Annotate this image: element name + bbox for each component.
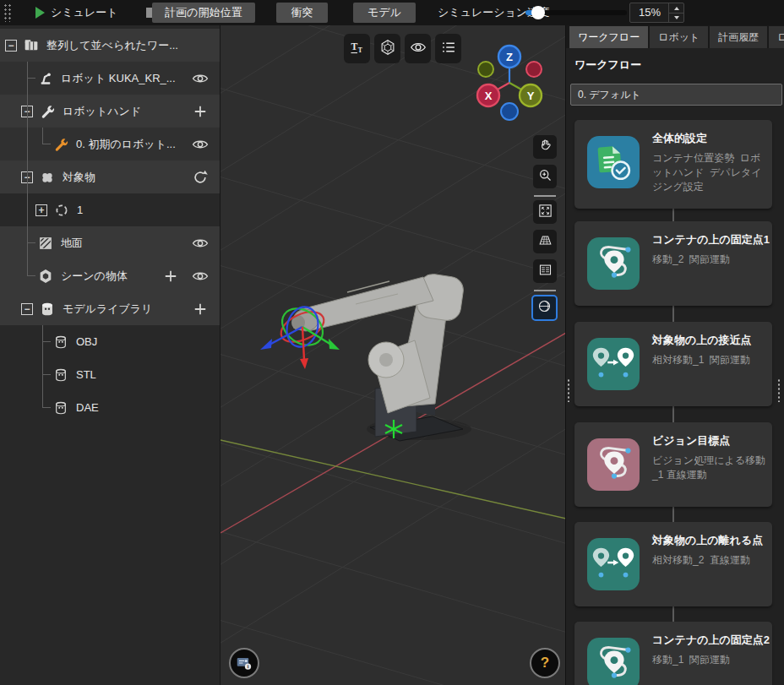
collision-settings-button[interactable]: 衝突設定 (276, 3, 328, 23)
row-actions (191, 135, 210, 154)
plan-start-pose-button[interactable]: 計画の開始位置姿勢 (152, 3, 255, 23)
workflow-step-card[interactable]: ビジョン目標点ビジョン処理による移動_1 直線運動 (574, 422, 772, 507)
toolbar-separator (534, 290, 556, 291)
expand-toggle-icon[interactable]: + (35, 204, 47, 216)
wrench-orange-icon (52, 136, 69, 153)
speed-value[interactable]: 15% (630, 3, 669, 22)
axis-neg-x-handle[interactable] (526, 62, 542, 77)
panel-right-resize-handle[interactable] (777, 378, 781, 402)
row-actions (191, 102, 210, 121)
workflow-select-value: 0. デフォルト (578, 89, 641, 101)
orbit-view-button[interactable] (531, 295, 558, 321)
svg-text:X: X (485, 90, 493, 102)
refresh-icon[interactable] (191, 168, 210, 187)
eye-icon[interactable] (191, 69, 210, 88)
tree-row-label: STL (76, 368, 210, 381)
svg-text:Y: Y (527, 90, 535, 102)
target-icon (53, 202, 70, 219)
axis-x-handle[interactable]: X (477, 84, 499, 106)
tree-row-label: 0. 初期のロボット... (76, 137, 191, 152)
panel-splitter-handle[interactable] (567, 378, 570, 402)
svg-text:T: T (351, 41, 357, 52)
axis-y-handle[interactable]: Y (520, 84, 542, 106)
play-icon (35, 7, 45, 19)
workflow-step-card[interactable]: コンテナの上の固定点2移動_1 関節運動 (574, 622, 772, 685)
fit-view-button[interactable] (533, 200, 557, 224)
spin-arrows (668, 3, 683, 22)
viewport-info-icon: i (234, 653, 254, 673)
pin-path-icon (587, 237, 640, 290)
step-subtitle: ビジョン処理による移動_1 直線運動 (652, 454, 765, 482)
panel-tab[interactable]: ロボット (650, 26, 708, 48)
tree-row[interactable]: OBJ (0, 325, 220, 358)
help-button[interactable]: ? (530, 648, 560, 678)
axis-neg-y-handle[interactable] (478, 62, 493, 77)
step-subtitle: 移動_1 関節運動 (652, 653, 765, 667)
step-title: 対象物の上の離れる点 (652, 533, 763, 548)
panel-tab[interactable]: ワークフロー (569, 26, 648, 48)
arrow-down-icon (674, 16, 679, 19)
tree-row[interactable]: −モデルライブラリ (0, 292, 220, 325)
tree-row[interactable]: 0. 初期のロボット... (0, 128, 220, 160)
tree-row-label: 1 (77, 204, 210, 216)
eye-icon[interactable] (191, 135, 210, 154)
workflow-step-card[interactable]: 対象物の上の接近点相対移動_1 関節運動 (574, 322, 772, 406)
frame-labels-icon: TT (348, 38, 367, 60)
tree-row-label: OBJ (76, 335, 210, 348)
robot-arm[interactable] (291, 273, 471, 441)
tree-row[interactable]: DAE (0, 391, 220, 424)
display-list-icon (439, 38, 458, 60)
tree-rail (27, 242, 35, 243)
workflow-select[interactable]: 0. デフォルト (570, 84, 782, 106)
tree-rail (42, 128, 43, 144)
visibility-button[interactable] (405, 34, 431, 63)
wrench-white-icon (39, 103, 56, 120)
workflow-step-card[interactable]: 対象物の上の離れる点相対移動_2 直線運動 (574, 522, 772, 606)
step-subtitle: 相対移動_2 直線運動 (652, 553, 765, 568)
tree-row-label: 対象物 (63, 170, 191, 185)
collapse-toggle-icon[interactable]: − (21, 303, 33, 315)
eye-icon[interactable] (191, 234, 210, 253)
simulate-button[interactable]: シミュレート (35, 0, 118, 25)
axis-z-handle[interactable]: Z (498, 46, 520, 68)
slider-knob[interactable] (531, 6, 545, 19)
model-editor-button[interactable]: モデルエディタ (353, 3, 416, 23)
simulate-label: シミュレート (51, 5, 118, 20)
tree-row[interactable]: −整列して並べられたワー... (0, 29, 220, 62)
zoom-in-button[interactable] (533, 165, 557, 188)
display-list-button[interactable] (435, 34, 461, 63)
workflow-step-card[interactable]: コンテナの上の固定点1移動_2 関節運動 (574, 221, 772, 306)
collapse-toggle-icon[interactable]: − (5, 40, 17, 52)
axis-neg-z-handle[interactable] (501, 103, 518, 120)
wireframe-cube-button[interactable] (374, 34, 400, 63)
tree-rail (27, 78, 35, 79)
viewport-info-button[interactable]: i (229, 648, 259, 678)
eye-icon[interactable] (191, 267, 210, 285)
tree-row[interactable]: −ロボットハンド (0, 95, 220, 128)
panel-tab[interactable]: ログ (769, 26, 784, 48)
panel-tab[interactable]: 計画履歴 (710, 26, 767, 48)
plus-icon[interactable] (191, 102, 210, 121)
toolbar-grip-handle[interactable] (3, 3, 12, 22)
workflow-step-card[interactable]: 全体的設定コンテナ位置姿勢 ロボットハンド デパレタイジング設定 (574, 120, 772, 209)
plus-icon[interactable] (161, 267, 180, 285)
tree-rail (27, 275, 35, 276)
pan-hand-button[interactable] (533, 135, 557, 159)
layers-panel-button[interactable] (533, 259, 557, 283)
simulation-speed-slider[interactable] (525, 7, 627, 19)
tree-row[interactable]: STL (0, 358, 220, 391)
model-file-icon (52, 334, 69, 351)
blob-icon (39, 169, 56, 186)
spin-down-button[interactable] (669, 13, 683, 22)
ground-grid-button[interactable] (533, 230, 557, 253)
speed-spinbox[interactable]: 15% (629, 3, 684, 23)
tree-row-label: ロボット KUKA_KR_... (61, 71, 191, 86)
orbit-view-icon (536, 298, 553, 318)
frame-labels-button[interactable]: TT (344, 34, 370, 63)
plus-icon[interactable] (191, 300, 210, 318)
tree-row[interactable]: +1 (0, 193, 220, 226)
tree-row[interactable]: −対象物 (0, 160, 220, 193)
pin-path-icon (587, 438, 640, 491)
view-axis-gizmo[interactable]: Z X Y (467, 39, 555, 127)
viewport-3d: TT Z X Y (220, 25, 565, 685)
